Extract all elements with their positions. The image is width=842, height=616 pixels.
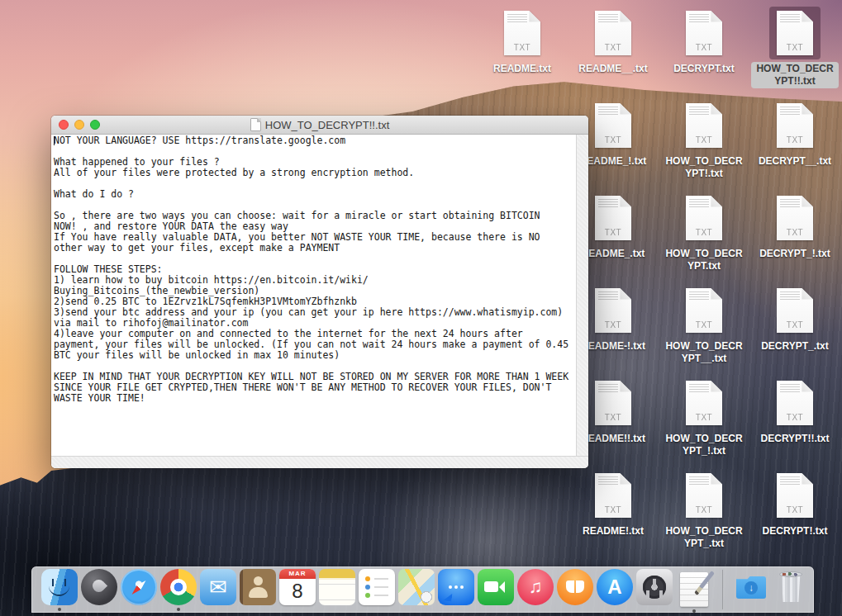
dock-reminders-icon[interactable] (359, 569, 395, 605)
file-label: DECRYPT__.txt (754, 154, 836, 168)
txt-file-icon: TXT (777, 288, 813, 333)
file-label: DECRYPT_.txt (756, 339, 834, 353)
txt-file-icon: TXT (595, 381, 631, 425)
txt-file-icon: TXT (777, 103, 813, 148)
desktop-file-how-to-decrypt[interactable]: TXT HOW_TO_DECR YPT.txt (659, 192, 749, 273)
dock-ibooks-icon[interactable] (557, 569, 593, 605)
text-editor-area[interactable]: NOT YOUR LANGUAGE? USE https://translate… (51, 135, 577, 457)
desktop-file-decrypt[interactable]: TXT DECRYPT.txt (659, 7, 749, 76)
desktop-file-how-to-decrypt[interactable]: TXT HOW_TO_DECR YPT__.txt (659, 284, 749, 366)
txt-file-icon: TXT (777, 381, 813, 425)
desktop-file-decrypt[interactable]: TXT DECRYPT_.txt (749, 284, 840, 353)
dock-launchpad-icon[interactable] (81, 569, 117, 605)
text-cursor (54, 136, 55, 145)
file-label: DECRYPT_!.txt (754, 247, 835, 261)
dock-app-store-icon[interactable]: A (597, 569, 633, 605)
horizontal-scrollbar[interactable] (51, 456, 588, 468)
document-icon (250, 118, 261, 131)
close-button[interactable] (59, 120, 69, 130)
file-label: HOW_TO_DECR YPT__.txt (660, 339, 747, 366)
file-label: HOW_TO_DECR YPT_.txt (660, 524, 747, 551)
calendar-month: MAR (279, 569, 316, 579)
dock-trash-icon[interactable] (773, 569, 809, 605)
dock: MAR 8 A (31, 566, 814, 613)
window-title-area: HOW_TO_DECRYPT!!.txt (51, 116, 588, 134)
dock-itunes-icon[interactable] (517, 569, 554, 605)
txt-file-icon: TXT (686, 381, 722, 425)
running-indicator (177, 608, 180, 611)
document-text: NOT YOUR LANGUAGE? USE https://translate… (51, 135, 577, 405)
file-label: DECRYPT.txt (668, 62, 740, 76)
dock-finder-icon[interactable] (41, 569, 78, 605)
desktop-file-decrypt[interactable]: TXT DECRYPT_!.txt (749, 192, 840, 261)
zoom-button[interactable] (90, 120, 100, 130)
file-label: HOW_TO_DECR YPT!!.txt (751, 62, 838, 88)
dock-messages-icon[interactable] (438, 569, 474, 605)
file-label: README__.txt (573, 62, 652, 76)
minimize-button[interactable] (74, 120, 84, 130)
dock-facetime-icon[interactable] (478, 569, 514, 605)
traffic-lights (59, 120, 100, 130)
window-titlebar[interactable]: HOW_TO_DECRYPT!!.txt (51, 116, 588, 135)
dock-notes-icon[interactable] (319, 569, 355, 605)
dock-mail-icon[interactable] (200, 569, 236, 605)
desktop-file-how-to-decrypt[interactable]: TXT HOW_TO_DECR YPT_.txt (659, 469, 749, 551)
file-label: HOW_TO_DECR YPT!.txt (660, 154, 747, 181)
txt-file-icon: TXT (595, 11, 631, 55)
textedit-window: HOW_TO_DECRYPT!!.txt NOT YOUR LANGUAGE? … (51, 116, 588, 468)
txt-file-icon: TXT (686, 473, 722, 518)
txt-file-icon: TXT (777, 11, 813, 55)
dock-safari-icon[interactable] (121, 569, 157, 605)
dock-calendar-icon[interactable]: MAR 8 (279, 569, 316, 605)
dock-chrome-icon[interactable] (160, 569, 197, 605)
txt-file-icon: TXT (595, 473, 631, 518)
file-label: HOW_TO_DECR YPT.txt (660, 247, 747, 273)
dock-contacts-icon[interactable] (240, 569, 276, 605)
desktop-file-readme[interactable]: TXT README.txt (477, 7, 568, 76)
file-label: DECRYPT!.txt (758, 524, 833, 538)
desktop-file-how-to-decrypt[interactable]: TXT HOW_TO_DECR YPT!.txt (659, 99, 749, 181)
txt-file-icon: TXT (686, 196, 722, 240)
txt-file-icon: TXT (686, 103, 722, 148)
desktop-file-decrypt[interactable]: TXT DECRYPT__.txt (749, 99, 840, 168)
txt-file-icon: TXT (595, 288, 631, 333)
dock-system-preferences-icon[interactable] (636, 569, 673, 605)
desktop-file-how-to-decrypt[interactable]: TXT HOW_TO_DECR YPT_!.txt (659, 377, 749, 458)
running-indicator (692, 609, 696, 613)
txt-file-icon: TXT (777, 196, 813, 240)
desktop-file-how-to-decrypt-selected[interactable]: TXT HOW_TO_DECR YPT!!.txt (749, 7, 840, 88)
dock-downloads-folder-icon[interactable] (733, 569, 769, 605)
txt-file-icon: TXT (777, 473, 813, 518)
window-title: HOW_TO_DECRYPT!!.txt (265, 119, 390, 131)
dock-divider (722, 570, 723, 609)
file-label: HOW_TO_DECR YPT_!.txt (660, 432, 747, 458)
desktop-file-readme[interactable]: TXT README!.txt (568, 469, 659, 538)
txt-file-icon: TXT (595, 196, 631, 240)
txt-file-icon: TXT (595, 103, 631, 148)
txt-file-icon: TXT (686, 288, 722, 333)
file-label: README.txt (488, 62, 556, 76)
file-label: DECRYPT!!.txt (756, 432, 835, 446)
txt-file-icon: TXT (504, 11, 540, 55)
txt-file-icon: TXT (686, 11, 722, 55)
desktop-file-readme2[interactable]: TXT README__.txt (568, 7, 659, 76)
desktop-file-decrypt[interactable]: TXT DECRYPT!!.txt (749, 377, 840, 446)
app-store-letter: A (607, 577, 621, 597)
file-label: README!.txt (578, 524, 649, 538)
dock-textedit-icon[interactable] (680, 572, 708, 607)
running-indicator (58, 608, 61, 611)
vertical-scrollbar[interactable] (576, 135, 588, 457)
dock-maps-icon[interactable] (398, 569, 435, 605)
desktop-file-decrypt[interactable]: TXT DECRYPT!.txt (749, 469, 840, 538)
calendar-day: 8 (279, 579, 316, 604)
